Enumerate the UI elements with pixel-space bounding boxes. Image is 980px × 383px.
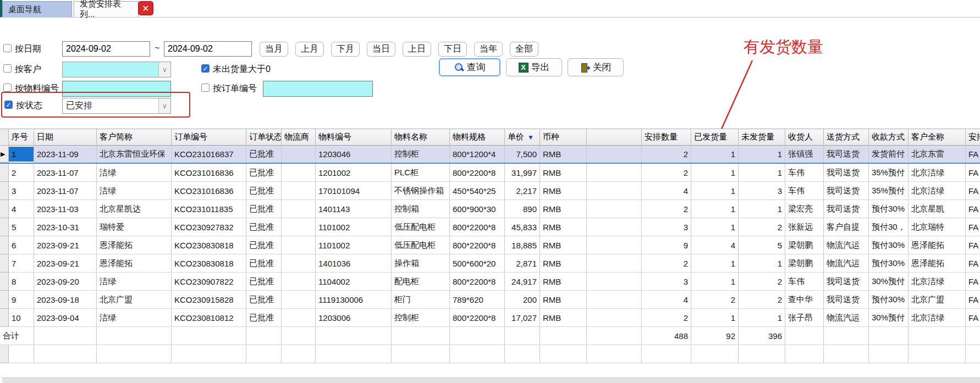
table-row[interactable]: ▶12023-11-09北京东雷恒业环保KCO231016837已批准12030… <box>0 146 980 164</box>
cell-customer[interactable]: 恩泽能拓 <box>97 236 172 254</box>
cell-currency[interactable]: RMB <box>540 309 587 327</box>
cell-material_no[interactable]: 1203046 <box>316 146 392 163</box>
col-header-customer[interactable]: 客户简称 <box>97 129 172 146</box>
cell-delivery[interactable]: 我司送货 <box>824 182 869 200</box>
cell-blank[interactable] <box>587 254 642 273</box>
cell-arrange_no[interactable]: FA <box>966 146 980 163</box>
cell-unshipped[interactable]: 5 <box>739 236 785 254</box>
cell-spec[interactable]: 600*900*30 <box>450 200 505 218</box>
col-header-currency[interactable]: 币种 <box>540 129 587 146</box>
cell-spec[interactable]: 800*2200*8 <box>450 309 505 327</box>
cell-price[interactable]: 7,500 <box>505 146 540 163</box>
col-header-unshipped[interactable]: 未发货量 <box>739 129 785 146</box>
cell-date[interactable]: 2023-11-09 <box>34 146 97 163</box>
cell-date[interactable]: 2023-09-21 <box>34 254 97 273</box>
cell-delivery[interactable]: 我司送货 <box>824 200 869 218</box>
cell-customer_full[interactable]: 恩泽能拓 <box>909 236 966 254</box>
cell-material_name[interactable]: 低压配电柜 <box>392 218 450 236</box>
cell-payment[interactable]: 发货前付 <box>869 146 909 163</box>
col-header-shipped[interactable]: 已发货量 <box>691 129 739 146</box>
cell-date[interactable]: 2023-10-31 <box>34 218 97 236</box>
cell-unshipped[interactable]: 2 <box>739 218 785 236</box>
cell-payment[interactable]: 预付30% <box>869 291 909 309</box>
cell-spec[interactable]: 800*1200*4 <box>450 146 505 163</box>
cell-shipped[interactable]: 1 <box>691 309 739 327</box>
cell-material_no[interactable]: 1203006 <box>316 309 392 327</box>
cell-customer[interactable]: 北京星凯达 <box>97 200 172 218</box>
cell-order_status[interactable]: 已批准 <box>246 236 282 254</box>
cell-arrange_no[interactable]: FA <box>966 273 980 291</box>
cell-delivery[interactable]: 物流汽运 <box>824 236 869 254</box>
cell-blank[interactable] <box>587 218 642 236</box>
cell-receiver[interactable]: 梁朝鹏 <box>785 236 824 254</box>
table-row[interactable]: 102023-09-04洁绿KCO230810812已批准1203006控制柜8… <box>0 309 980 327</box>
cell-logistics[interactable] <box>282 254 316 273</box>
cell-customer_full[interactable]: 恩泽能拓 <box>909 254 966 273</box>
col-header-customer_full[interactable]: 客户全称 <box>909 129 966 146</box>
cell-logistics[interactable] <box>282 164 316 182</box>
cell-shipped[interactable]: 2 <box>691 291 739 309</box>
query-button[interactable]: 查询 <box>439 58 500 76</box>
cell-logistics[interactable] <box>282 309 316 327</box>
cell-unshipped[interactable]: 1 <box>739 309 785 327</box>
cell-shipped[interactable]: 1 <box>691 164 739 182</box>
cell-customer_full[interactable]: 北京星凯 <box>909 200 966 218</box>
cell-spec[interactable]: 800*2200*8 <box>450 218 505 236</box>
cell-arrange_no[interactable]: FA <box>966 291 980 309</box>
cell-spec[interactable]: 800*2200*8 <box>450 164 505 182</box>
status-filter-checkbox[interactable]: ✓ <box>4 101 13 109</box>
col-header-receiver[interactable]: 收货人 <box>785 129 824 146</box>
cell-spec[interactable]: 450*540*25 <box>450 182 505 200</box>
cell-receiver[interactable]: 车伟 <box>785 273 824 291</box>
cell-receiver[interactable]: 梁朝鹏 <box>785 254 824 273</box>
cell-delivery[interactable]: 我司送货 <box>824 146 869 163</box>
order-no-filter-checkbox[interactable] <box>201 84 210 92</box>
cell-unshipped[interactable]: 3 <box>739 182 785 200</box>
cell-payment[interactable]: 预付30% <box>869 254 909 273</box>
cell-arrange_no[interactable]: FA <box>966 182 980 200</box>
cell-order_no[interactable]: KCO230830818 <box>172 254 246 273</box>
cell-payment[interactable]: 预付30% <box>869 236 909 254</box>
cell-spec[interactable]: 789*620 <box>450 291 505 309</box>
tab-desktop-nav[interactable]: 桌面导航 <box>2 1 72 17</box>
cell-date[interactable]: 2023-11-03 <box>34 200 97 218</box>
date-to-input[interactable] <box>164 41 252 57</box>
cell-date[interactable]: 2023-09-04 <box>34 309 97 327</box>
cell-order_status[interactable]: 已批准 <box>246 146 282 163</box>
cell-qty[interactable]: 2 <box>642 200 691 218</box>
cell-material_no[interactable]: 1101002 <box>316 236 392 254</box>
cell-shipped[interactable]: 1 <box>691 200 739 218</box>
cell-qty[interactable]: 2 <box>642 254 691 273</box>
cell-unshipped[interactable]: 1 <box>739 254 785 273</box>
cell-material_no[interactable]: 1201002 <box>316 164 392 182</box>
table-row[interactable]: 62023-09-21恩泽能拓KCO230830818已批准1101002低压配… <box>0 236 980 254</box>
cell-blank[interactable] <box>587 273 642 291</box>
cell-blank[interactable] <box>587 164 642 182</box>
cell-date[interactable]: 2023-09-21 <box>34 236 97 254</box>
cell-order_no[interactable]: KCO230907822 <box>172 273 246 291</box>
col-header-date[interactable]: 日期 <box>34 129 97 146</box>
cell-customer_full[interactable]: 北京洁绿 <box>909 309 966 327</box>
table-row[interactable]: 52023-10-31瑞特爱KCO230927832已批准1101002低压配电… <box>0 218 980 236</box>
cell-payment[interactable]: 30%预付 <box>869 273 909 291</box>
cell-seq[interactable]: 9 <box>9 291 34 309</box>
cell-customer[interactable]: 北京广盟 <box>97 291 172 309</box>
cell-blank[interactable] <box>587 200 642 218</box>
cell-blank[interactable] <box>587 182 642 200</box>
cell-qty[interactable]: 2 <box>642 164 691 182</box>
cell-logistics[interactable] <box>282 273 316 291</box>
cell-order_status[interactable]: 已批准 <box>246 218 282 236</box>
cell-price[interactable]: 2,217 <box>505 182 540 200</box>
cell-customer[interactable]: 洁绿 <box>97 182 172 200</box>
chevron-down-icon[interactable]: ∨ <box>158 98 170 113</box>
unshipped-gt0-checkbox[interactable]: ✓ <box>201 64 210 73</box>
cell-order_no[interactable]: KCO231016836 <box>172 164 246 182</box>
cell-seq[interactable]: 3 <box>9 182 34 200</box>
col-header-delivery[interactable]: 送货方式 <box>824 129 869 146</box>
cell-qty[interactable]: 3 <box>642 218 691 236</box>
cell-order_status[interactable]: 已批准 <box>246 200 282 218</box>
cell-material_name[interactable]: 控制柜 <box>392 309 450 327</box>
cell-currency[interactable]: RMB <box>540 254 587 273</box>
cell-shipped[interactable]: 1 <box>691 182 739 200</box>
cell-customer[interactable]: 洁绿 <box>97 309 172 327</box>
